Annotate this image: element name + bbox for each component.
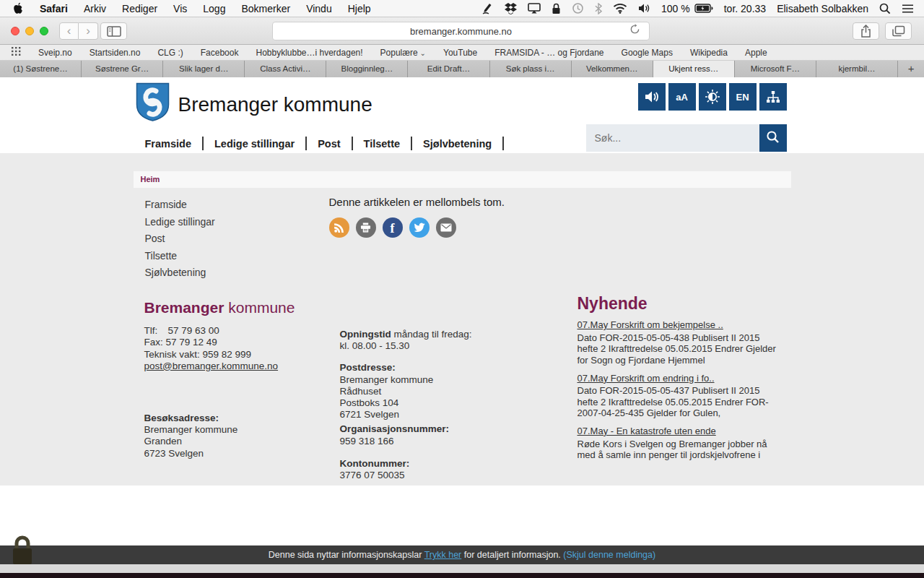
sidebar-item-framside[interactable]: Framside	[145, 197, 215, 214]
wifi-icon[interactable]	[613, 3, 627, 14]
listen-button[interactable]	[638, 83, 666, 111]
browser-tab[interactable]: (1) Søstrene…	[0, 61, 82, 77]
menu-vindu[interactable]: Vindu	[298, 3, 340, 14]
menu-safari[interactable]: Safari	[32, 3, 76, 14]
rss-icon[interactable]	[329, 217, 349, 238]
news-link[interactable]: 07.May - En katastrofe uten ende	[578, 426, 716, 437]
email-icon[interactable]	[436, 217, 456, 238]
browser-tab[interactable]: Slik lager d…	[163, 61, 245, 77]
tab-bar: (1) Søstrene… Søstrene Gr… Slik lager d……	[0, 61, 924, 77]
footer-info-column: Opningstid måndag til fredag: kl. 08.00 …	[340, 329, 528, 481]
spotlight-search-icon[interactable]	[879, 3, 891, 14]
dropbox-icon[interactable]	[505, 3, 517, 14]
sidebar-item-tilsette[interactable]: Tilsette	[145, 248, 215, 265]
news-link[interactable]: 07.May Forskrift om endring i fo..	[578, 373, 715, 384]
cookie-details-link[interactable]: Trykk her	[424, 550, 462, 560]
visit-address-label: Besøksadresse:	[144, 413, 325, 424]
menubar-user[interactable]: Elisabeth Solbakken	[777, 3, 868, 14]
browser-tab[interactable]: Søstrene Gr…	[82, 61, 163, 77]
bookmarks-bar: Sveip.no Startsiden.no CLG :) Facebook H…	[0, 45, 924, 61]
cookie-hide-link[interactable]: (Skjul denne meldinga)	[563, 550, 655, 560]
sidebar-item-sjolvbetening[interactable]: Sjølvbetening	[145, 264, 215, 282]
bookmark-facebook[interactable]: Facebook	[201, 48, 239, 58]
language-button[interactable]: EN	[729, 83, 757, 111]
tab-overview-button[interactable]	[885, 22, 912, 40]
apple-menu-icon[interactable]	[13, 2, 23, 14]
macos-menubar: Safari Arkiv Rediger Vis Logg Bokmerker …	[0, 0, 924, 17]
nav-ledige-stillingar[interactable]: Ledige stillingar	[214, 138, 295, 150]
font-size-button[interactable]: aA	[668, 83, 696, 111]
close-window-button[interactable]	[11, 27, 19, 35]
sitemap-button[interactable]	[759, 83, 787, 111]
browser-tab[interactable]: Blogginnleg…	[326, 61, 408, 77]
footer-email-link[interactable]: post@bremanger.kommune.no	[144, 361, 279, 371]
print-icon[interactable]	[356, 217, 376, 238]
bremanger-coat-of-arms-logo[interactable]	[136, 82, 170, 125]
twitter-icon[interactable]	[409, 217, 430, 238]
minimize-window-button[interactable]	[25, 27, 34, 35]
airplay-display-icon[interactable]	[528, 3, 541, 14]
browser-tab[interactable]: Velkommen…	[572, 61, 653, 77]
lock-status-icon[interactable]	[552, 3, 561, 14]
bookmarks-grid-icon[interactable]	[12, 47, 21, 58]
browser-tab[interactable]: Class Activi…	[245, 61, 326, 77]
footer-contact-column: Bremanger kommune Tlf:57 79 63 00 Fax: 5…	[144, 302, 325, 460]
facebook-icon[interactable]: f	[383, 217, 403, 238]
account-number-label: Kontonummer:	[340, 458, 528, 470]
notification-center-icon[interactable]	[902, 4, 914, 14]
menu-vis[interactable]: Vis	[165, 3, 195, 14]
bookmark-hobbyklubben[interactable]: Hobbyklubbe…i hverdagen!	[256, 48, 362, 58]
bookmark-startsiden[interactable]: Startsiden.no	[90, 48, 141, 58]
bluetooth-icon[interactable]	[595, 3, 602, 14]
footer-fax: Fax: 57 79 12 49	[144, 337, 325, 348]
menu-hjelp[interactable]: Hjelp	[340, 3, 379, 14]
search-input[interactable]	[586, 124, 759, 152]
sidebar-item-ledige-stillingar[interactable]: Ledige stillingar	[145, 214, 215, 231]
bookmark-clg[interactable]: CLG :)	[157, 48, 183, 58]
sidebar-item-post[interactable]: Post	[145, 230, 215, 248]
menubar-clock[interactable]: tor. 20.33	[724, 3, 766, 14]
bookmark-folder-populaere[interactable]: Populære⌄	[380, 48, 426, 58]
bookmark-framsida[interactable]: FRAMSIDA - … og Fjordane	[494, 48, 603, 58]
browser-tab[interactable]: Microsoft F…	[735, 61, 816, 77]
reload-icon[interactable]	[629, 24, 644, 38]
zoom-window-button[interactable]	[40, 27, 48, 35]
breadcrumb-heim[interactable]: Heim	[134, 171, 160, 188]
battery-icon[interactable]	[694, 4, 713, 13]
search-button[interactable]	[759, 124, 787, 152]
browser-tab-active[interactable]: Ukjent ress…	[653, 61, 735, 77]
back-button[interactable]: ‹	[59, 22, 79, 40]
news-link[interactable]: 07.May Forskrift om bekjempelse ..	[578, 319, 723, 331]
bookmark-apple[interactable]: Apple	[745, 48, 767, 58]
volume-icon[interactable]	[638, 3, 650, 14]
nav-post[interactable]: Post	[318, 138, 340, 150]
sidebar-toggle-button[interactable]	[100, 22, 127, 40]
menu-bokmerker[interactable]: Bokmerker	[233, 3, 298, 14]
nav-framside[interactable]: Framside	[145, 138, 191, 150]
bookmark-youtube[interactable]: YouTube	[443, 48, 477, 58]
browser-tab[interactable]: kjermbil…	[816, 61, 898, 77]
bookmark-sveip[interactable]: Sveip.no	[38, 48, 72, 58]
nav-sjolvbetening[interactable]: Sjølvbetening	[423, 138, 492, 150]
new-tab-button[interactable]: +	[898, 61, 924, 77]
nav-tilsette[interactable]: Tilsette	[364, 138, 401, 150]
menu-rediger[interactable]: Rediger	[114, 3, 165, 14]
org-number-value: 959 318 166	[340, 436, 528, 447]
browser-tab[interactable]: Edit Draft…	[408, 61, 489, 77]
menu-logg[interactable]: Logg	[195, 3, 233, 14]
browser-tab[interactable]: Søk plass i…	[490, 61, 572, 77]
visit-address-line: 6723 Svelgen	[144, 448, 325, 460]
bookmark-wikipedia[interactable]: Wikipedia	[690, 48, 728, 58]
bookmark-google-maps[interactable]: Google Maps	[622, 48, 673, 58]
url-field[interactable]	[272, 22, 650, 40]
ink-pen-icon[interactable]	[481, 2, 494, 14]
opening-hours-value: kl. 08.00 - 15.30	[340, 340, 528, 352]
menu-arkiv[interactable]: Arkiv	[76, 3, 114, 14]
account-number-value: 3776 07 50035	[340, 470, 528, 481]
footer-phone: Tlf:57 79 63 00	[144, 325, 325, 337]
forward-button[interactable]: ›	[79, 22, 98, 40]
main-navigation: Framside Ledige stillingar Post Tilsette…	[145, 137, 515, 150]
time-machine-icon[interactable]	[572, 2, 584, 14]
contrast-button[interactable]	[699, 83, 726, 111]
share-button[interactable]	[853, 22, 879, 40]
